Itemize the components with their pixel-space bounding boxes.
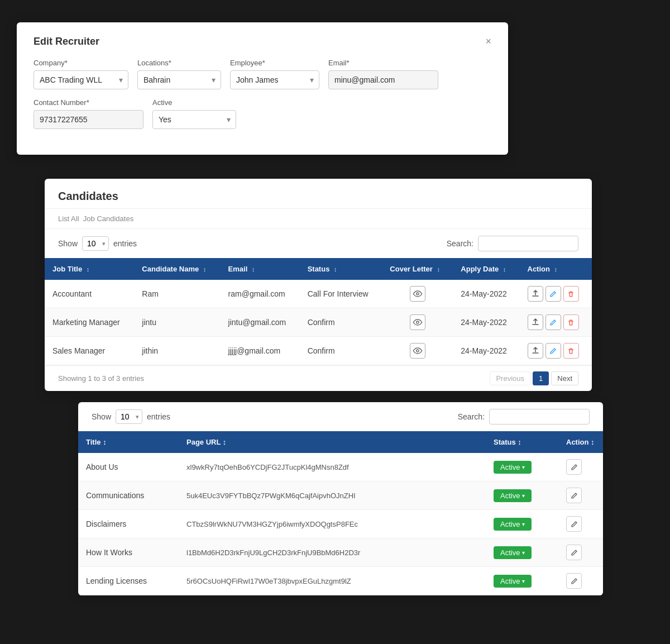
- edit-icon: [549, 347, 557, 355]
- status-badge[interactable]: Active ▾: [494, 489, 532, 502]
- modal-title: Edit Recruiter: [34, 36, 99, 47]
- col-email[interactable]: Email ↕: [221, 258, 300, 280]
- delete-icon: [567, 347, 575, 355]
- pages-entries-label: entries: [147, 412, 170, 421]
- upload-icon: [532, 318, 539, 326]
- upload-button-2[interactable]: [528, 343, 543, 359]
- page-title-cell: How It Works: [78, 538, 179, 567]
- page-edit-button-2[interactable]: [566, 516, 582, 532]
- view-cover-letter-button[interactable]: [410, 286, 425, 302]
- subtitle-suffix: Job Candidates: [83, 214, 133, 223]
- candidate-name-cell: Ram: [134, 280, 220, 308]
- employee-select-wrapper[interactable]: John James: [230, 70, 319, 89]
- page-status-cell: Active ▾: [486, 567, 558, 595]
- page-title-cell: Communications: [78, 481, 179, 510]
- col-cover-letter[interactable]: Cover Letter ↕: [382, 258, 453, 280]
- page-edit-button-4[interactable]: [566, 573, 582, 589]
- prev-page-button[interactable]: Previous: [490, 371, 530, 385]
- employee-select[interactable]: John James: [230, 70, 319, 89]
- pages-show-entries-select[interactable]: 10: [116, 409, 142, 424]
- status-badge[interactable]: Active ▾: [494, 546, 532, 559]
- candidates-search-box: Search:: [447, 236, 578, 251]
- modal-close-button[interactable]: ×: [485, 36, 491, 47]
- pages-col-url[interactable]: Page URL ↕: [179, 431, 486, 453]
- company-select[interactable]: ABC Trading WLL: [34, 70, 128, 89]
- col-candidate-name[interactable]: Candidate Name ↕: [134, 258, 220, 280]
- eye-icon: [413, 347, 423, 354]
- cover-letter-cell: [382, 337, 453, 365]
- page-1-button[interactable]: 1: [533, 371, 549, 385]
- pages-col-title[interactable]: Title ↕: [78, 431, 179, 453]
- search-label: Search:: [447, 239, 473, 248]
- show-entries-select[interactable]: 10: [82, 236, 109, 251]
- table-row: Marketing Manager jintu jintu@gmail.com …: [45, 308, 592, 337]
- apply-date-cell: 24-May-2022: [453, 337, 519, 365]
- form-row-1: Company* ABC Trading WLL Locations* Bahr…: [34, 59, 491, 89]
- pages-col-action[interactable]: Action ↕: [558, 431, 603, 453]
- svg-point-2: [417, 350, 419, 352]
- candidates-search-input[interactable]: [478, 236, 578, 251]
- list-item: Lending Licenses 5r6OCsUoHQFiRwI17W0eT38…: [78, 567, 603, 595]
- locations-select-wrapper[interactable]: Bahrain: [137, 70, 221, 89]
- candidates-table-head: Job Title ↕ Candidate Name ↕ Email ↕ Sta…: [45, 258, 592, 280]
- email-cell: ram@gmail.com: [221, 280, 300, 308]
- apply-date-cell: 24-May-2022: [453, 280, 519, 308]
- col-job-title[interactable]: Job Title ↕: [45, 258, 134, 280]
- company-select-wrapper[interactable]: ABC Trading WLL: [34, 70, 128, 89]
- page-edit-button-1[interactable]: [566, 488, 582, 503]
- pages-col-status[interactable]: Status ↕: [486, 431, 558, 453]
- upload-button-1[interactable]: [528, 314, 543, 330]
- eye-icon: [413, 290, 423, 297]
- page-status-cell: Active ▾: [486, 510, 558, 538]
- employee-label: Employee*: [230, 59, 319, 67]
- list-item: How It Works l1BbMd6H2D3rkFnjU9LgCH2D3rk…: [78, 538, 603, 567]
- status-badge[interactable]: Active ▾: [494, 461, 532, 474]
- page-action-cell: [558, 538, 603, 567]
- upload-button-0[interactable]: [528, 286, 543, 302]
- view-cover-letter-button[interactable]: [410, 343, 425, 359]
- pages-search-box: Search:: [458, 409, 590, 424]
- pages-search-input[interactable]: [489, 409, 590, 424]
- col-action[interactable]: Action ↕: [520, 258, 592, 280]
- pages-search-label: Search:: [458, 412, 485, 421]
- delete-button-2[interactable]: [563, 343, 579, 359]
- chevron-down-icon: ▾: [522, 493, 525, 499]
- active-select[interactable]: Yes: [152, 110, 236, 129]
- chevron-down-icon: ▾: [522, 550, 525, 556]
- next-page-button[interactable]: Next: [551, 371, 578, 385]
- col-apply-date[interactable]: Apply Date ↕: [453, 258, 519, 280]
- pages-table-body: About Us xl9wkRy7tqOehBo6YCDjFG2JTucpKl4…: [78, 453, 603, 595]
- page-title-cell: About Us: [78, 453, 179, 481]
- show-select-wrapper[interactable]: 10: [82, 236, 109, 251]
- sort-icon-pages-title: ↕: [103, 438, 107, 446]
- table-row: Accountant Ram ram@gmail.com Call For In…: [45, 280, 592, 308]
- active-select-wrapper[interactable]: Yes: [152, 110, 236, 129]
- action-buttons: [528, 314, 585, 330]
- candidates-table-controls: Show 10 entries Search:: [45, 229, 592, 258]
- contact-input[interactable]: [34, 110, 143, 129]
- sort-icon-action: ↕: [554, 266, 558, 273]
- delete-button-0[interactable]: [563, 286, 579, 302]
- sort-icon-cover-letter: ↕: [437, 266, 441, 273]
- edit-button-1[interactable]: [545, 314, 561, 330]
- col-status[interactable]: Status ↕: [300, 258, 382, 280]
- edit-button-2[interactable]: [545, 343, 561, 359]
- edit-button-0[interactable]: [545, 286, 561, 302]
- form-row-2: Contact Number* Active Yes: [34, 98, 491, 129]
- status-badge[interactable]: Active ▾: [494, 575, 532, 588]
- candidates-table-body: Accountant Ram ram@gmail.com Call For In…: [45, 280, 592, 365]
- view-cover-letter-button[interactable]: [410, 314, 425, 330]
- table-row: Sales Manager jithin jjjjj@gmail.com Con…: [45, 337, 592, 365]
- sort-icon-pages-url: ↕: [223, 438, 227, 446]
- email-input[interactable]: [328, 70, 438, 89]
- page-edit-button-3[interactable]: [566, 545, 582, 560]
- pages-show-select-wrapper[interactable]: 10: [116, 409, 142, 424]
- entries-label: entries: [113, 239, 137, 248]
- edit-recruiter-modal: Edit Recruiter × Company* ABC Trading WL…: [17, 22, 508, 155]
- status-badge[interactable]: Active ▾: [494, 518, 532, 531]
- page-edit-button-0[interactable]: [566, 459, 582, 475]
- active-field-group: Active Yes: [152, 98, 236, 129]
- delete-button-1[interactable]: [563, 314, 579, 330]
- locations-select[interactable]: Bahrain: [137, 70, 221, 89]
- job-title-cell: Accountant: [45, 280, 134, 308]
